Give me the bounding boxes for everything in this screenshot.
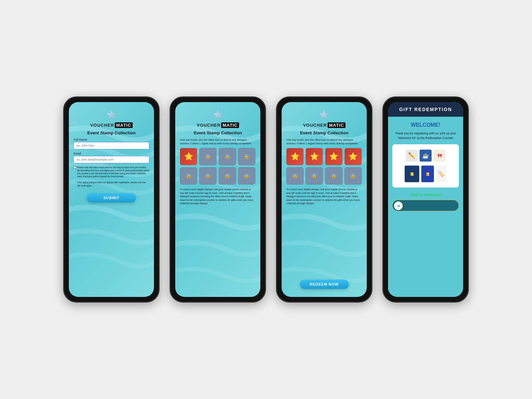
- stamp-7-empty: 🔒: [219, 167, 236, 185]
- consent-checkbox[interactable]: [73, 166, 76, 169]
- screens-container: ★ ★ VOUCHERMATIC Event Stamp Collection: [50, 70, 482, 329]
- gift-body: WELCOME! Thank you for registering with …: [388, 117, 463, 297]
- stamp-f1: ⭐: [286, 148, 304, 165]
- phone-stamp-full: ★ ★ VOUCHERMATIC Event Stamp Collection …: [276, 96, 372, 303]
- stamp-lock-2: 🔒: [205, 154, 210, 159]
- gift-image-area: ✏️ ☕ 🎀 📒 📔 🏷️: [392, 144, 459, 188]
- email-input[interactable]: [73, 156, 149, 163]
- stamp-lock-6: 🔒: [205, 174, 210, 178]
- svg-marker-2: [319, 110, 329, 119]
- stamp-1-collected: ⭐: [180, 148, 197, 165]
- screen-gift-redemption: GIFT REDEMPTION WELCOME! Thank you for r…: [388, 102, 463, 297]
- gift-header: GIFT REDEMPTION: [388, 102, 463, 117]
- logo-brand: MATIC: [115, 122, 132, 128]
- logo-area3: VOUCHERMATIC: [303, 109, 345, 128]
- logo-text: VOUCHERMATIC: [90, 123, 132, 128]
- logo-text2: VOUCHERMATIC: [197, 123, 239, 128]
- phone-stamp-partial: ★ ★ VOUCHERMATIC Event Stamp Collection …: [170, 96, 266, 303]
- instructions-text2: Visit any booth, join the office tour or…: [286, 138, 362, 145]
- stamps-row2: 🔒 🔒 🔒 🔒: [180, 167, 256, 185]
- full-name-label: Full Name: [73, 138, 149, 141]
- stamp-f3: ⭐: [325, 148, 342, 165]
- slider-button[interactable]: ➜: [394, 201, 403, 210]
- phone-gift-redemption: GIFT REDEMPTION WELCOME! Thank you for r…: [382, 96, 469, 303]
- gift-item-notebook: 📒: [405, 166, 419, 182]
- stamp-4-empty: 🔒: [238, 148, 255, 165]
- gift-header-title: GIFT REDEMPTION: [391, 107, 460, 112]
- svg-marker-1: [213, 110, 223, 119]
- gift-items: ✏️ ☕ 🎀 📒 📔 🏷️: [392, 147, 459, 185]
- bottom-text1: To collect more digital stamps, use your…: [180, 188, 256, 205]
- logo-star-icon2: [211, 109, 224, 121]
- logo-area2: VOUCHERMATIC: [197, 109, 239, 128]
- welcome-title: WELCOME!: [411, 122, 441, 128]
- gift-item-accessories: 🎀: [434, 150, 446, 162]
- stamp-f7: 🔒: [325, 167, 342, 185]
- full-name-group: Full Name: [73, 138, 149, 149]
- consent-row: Please note that each email address can …: [73, 166, 149, 189]
- stamp-f4: ⭐: [344, 148, 362, 165]
- stamp-2-empty: 🔒: [199, 148, 216, 165]
- phone-registration: ★ ★ VOUCHERMATIC Event Stamp Collection: [63, 96, 160, 303]
- logo-star-icon3: [318, 109, 331, 121]
- gift-item-pen: ✏️: [406, 150, 418, 162]
- stamp-lock-4: 🔒: [244, 154, 249, 159]
- stamps-row2-full: 🔒 🔒 🔒 🔒: [286, 167, 362, 185]
- gift-item-notepad: 📔: [421, 166, 434, 182]
- slid-to-redeem-label: Slid to Redeem: [410, 192, 441, 197]
- stamp-f8: 🔒: [344, 167, 362, 185]
- slider-arrow-icon: ➜: [396, 203, 400, 208]
- stamps-row1: ⭐ 🔒 🔒 🔒: [180, 148, 256, 165]
- stamp-5-empty: 🔒: [180, 167, 197, 185]
- screen-registration: ★ ★ VOUCHERMATIC Event Stamp Collection: [69, 102, 154, 297]
- bottom-text2: To collect more digital stamps, use your…: [286, 188, 362, 205]
- svg-marker-0: [106, 110, 116, 119]
- welcome-text: Thank you for registering with us, pick …: [392, 131, 459, 140]
- logo-text3: VOUCHERMATIC: [303, 123, 345, 128]
- stamp-8-empty: 🔒: [238, 167, 255, 185]
- stamps-row1-full: ⭐ ⭐ ⭐ ⭐: [286, 148, 362, 165]
- stamp-3-empty: 🔒: [219, 148, 236, 165]
- page-title-stamp2: Event Stamp Collection: [300, 130, 348, 135]
- page-title-stamp1: Event Stamp Collection: [194, 130, 242, 135]
- gift-item-mug: ☕: [420, 150, 432, 162]
- stamp-lock-5: 🔒: [186, 174, 191, 178]
- stamp-lock-7: 🔒: [225, 174, 230, 178]
- redeem-now-button[interactable]: REDEEM NOW: [300, 280, 349, 289]
- full-name-input[interactable]: [73, 142, 149, 149]
- stamp-f5: 🔒: [286, 167, 304, 185]
- slider-container[interactable]: ➜: [392, 200, 459, 211]
- gift-item-tag: 🏷️: [436, 166, 447, 182]
- logo-area: VOUCHERMATIC: [90, 109, 132, 128]
- screen-stamp-full: ★ ★ VOUCHERMATIC Event Stamp Collection …: [282, 102, 367, 297]
- stamp-f6: 🔒: [306, 167, 323, 185]
- submit-button[interactable]: SUBMIT: [87, 193, 136, 202]
- stamp-lock-8: 🔒: [244, 174, 249, 178]
- stamp-star-1: ⭐: [184, 153, 193, 160]
- stamp-f2: ⭐: [306, 148, 323, 165]
- page-title-reg: Event Stamp Collection: [87, 130, 135, 135]
- email-group: Email: [73, 152, 149, 163]
- instructions-text1: Visit any booth, join the office tour or…: [180, 138, 256, 145]
- stamp-6-empty: 🔒: [199, 167, 216, 185]
- email-label: Email: [73, 152, 149, 155]
- screen-stamp-partial: ★ ★ VOUCHERMATIC Event Stamp Collection …: [175, 102, 260, 297]
- consent-text: Please note that each email address can …: [77, 166, 149, 187]
- stamp-lock-3: 🔒: [225, 154, 230, 159]
- logo-star-icon: [105, 109, 118, 121]
